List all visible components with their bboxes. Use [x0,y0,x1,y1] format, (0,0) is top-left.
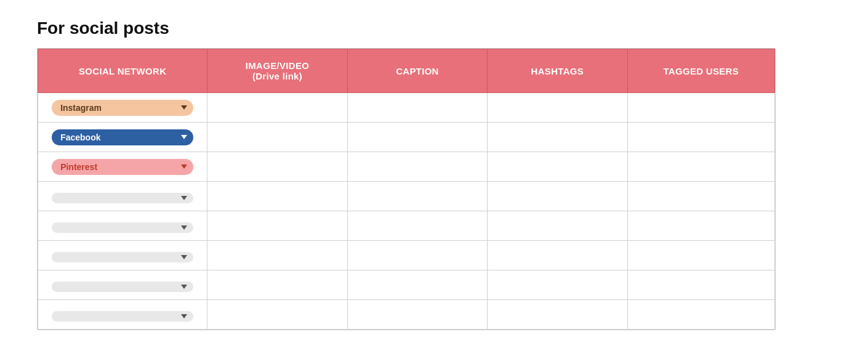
image-cell [207,182,347,211]
hashtags-cell [488,93,627,123]
network-dropdown-Pinterest[interactable]: Pinterest [52,159,193,175]
chevron-down-icon [181,135,187,139]
caption-cell [347,93,487,123]
image-cell [207,270,347,300]
network-label: Facebook [60,132,100,142]
header-network: SOCIAL NETWORK [38,49,207,93]
hashtags-cell [488,300,627,330]
hashtags-cell [488,270,627,300]
network-dropdown-Facebook[interactable]: Facebook [52,129,193,145]
table-row [38,211,775,241]
tagged-users-cell [627,152,774,182]
tagged-users-cell [627,241,774,270]
hashtags-cell [488,241,627,270]
caption-cell [347,182,487,211]
header-image: IMAGE/VIDEO(Drive link) [207,49,347,93]
network-dropdown-empty-7[interactable] [52,311,193,322]
table-row [38,300,775,330]
tagged-users-cell [627,300,774,330]
caption-cell [347,211,487,241]
hashtags-cell [488,182,627,211]
network-dropdown-Instagram[interactable]: Instagram [52,100,193,116]
caption-cell [347,270,487,300]
image-cell [207,241,347,270]
table-row: Pinterest [38,152,775,182]
tagged-users-cell [627,211,774,241]
image-cell [207,211,347,241]
chevron-down-icon [181,105,187,110]
table-row: Instagram [38,93,775,123]
tagged-users-cell [627,123,774,152]
image-cell [207,300,347,330]
chevron-down-icon [181,164,187,169]
network-label: Instagram [60,103,102,113]
chevron-down-icon [181,314,187,318]
caption-cell [347,123,487,152]
caption-cell [347,300,487,330]
network-cell: Pinterest [38,152,207,182]
table-row: Facebook [38,123,775,152]
network-cell: Facebook [38,123,207,152]
tagged-users-cell [627,93,774,123]
network-dropdown-empty-5[interactable] [52,252,193,262]
header-hashtags: HASHTAGS [488,49,627,93]
caption-cell [347,152,487,182]
page-title: For social posts [37,18,831,38]
hashtags-cell [488,123,627,152]
image-cell [207,123,347,152]
hashtags-cell [488,211,627,241]
table-row [38,270,775,300]
network-cell [38,211,207,241]
tagged-users-cell [627,270,774,300]
hashtags-cell [488,152,627,182]
network-dropdown-empty-4[interactable] [52,222,193,233]
table-row [38,182,775,211]
network-dropdown-empty-3[interactable] [52,193,193,203]
network-label: Pinterest [60,162,97,172]
chevron-down-icon [181,196,187,200]
network-cell [38,300,207,330]
social-posts-table: SOCIAL NETWORK IMAGE/VIDEO(Drive link) C… [37,48,776,330]
tagged-users-cell [627,182,774,211]
network-cell [38,270,207,300]
image-cell [207,152,347,182]
header-tagged: TAGGED USERS [627,49,774,93]
chevron-down-icon [181,225,187,230]
chevron-down-icon [181,255,187,259]
network-cell [38,241,207,270]
image-cell [207,93,347,123]
table-row [38,241,775,270]
chevron-down-icon [181,285,187,289]
header-caption: CAPTION [347,49,487,93]
network-dropdown-empty-6[interactable] [52,282,193,292]
network-cell [38,182,207,211]
caption-cell [347,241,487,270]
network-cell: Instagram [38,93,207,123]
